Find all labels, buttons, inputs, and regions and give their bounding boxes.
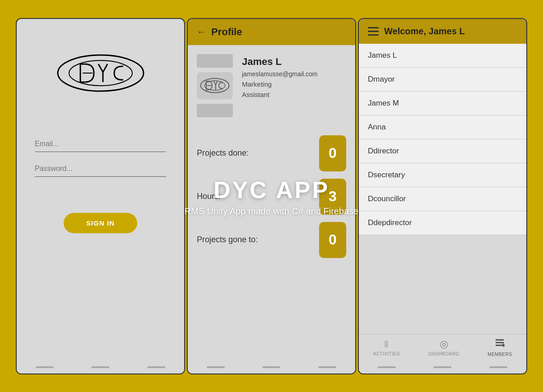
welcome-text: Welcome, James L (384, 26, 465, 37)
nav-dot (262, 366, 280, 368)
stat-value-hours: 3 (319, 179, 346, 215)
members-header: Welcome, James L (359, 19, 526, 44)
nav-dot (318, 366, 336, 368)
svg-point-1 (69, 60, 132, 86)
stat-label-projects-done: Projects done: (197, 148, 249, 158)
logo-container (56, 46, 146, 100)
login-screen: SIGN IN (16, 18, 185, 374)
svg-point-13 (502, 344, 505, 347)
svg-rect-10 (496, 339, 504, 341)
profile-header: ← Profile (188, 19, 355, 45)
members-screen: Welcome, James L James L Dmayor James M … (358, 18, 527, 374)
member-item[interactable]: Dmayor (359, 68, 526, 92)
nav-dot (147, 366, 165, 368)
member-item[interactable]: Dcouncillor (359, 187, 526, 211)
signin-button[interactable]: SIGN IN (64, 213, 137, 233)
tab-activities[interactable]: ⫴ ACTIVITIES (373, 338, 400, 356)
profile-stats: Projects done: 0 Hours: 3 Projects gone … (197, 135, 346, 258)
profile-body: James L jameslamusse@gmail.com Marketing… (188, 45, 355, 267)
profile-avatar-area (197, 54, 233, 117)
stat-label-hours: Hours: (197, 192, 221, 201)
password-input[interactable] (35, 161, 166, 177)
stat-label-projects-gone: Projects gone to: (197, 235, 258, 244)
members-icon (495, 338, 505, 350)
member-item[interactable]: James M (359, 92, 526, 115)
hamburger-line-1 (368, 27, 379, 28)
screens-container: SIGN IN ← Profile (16, 18, 527, 374)
profile-img-bottom (197, 104, 233, 117)
member-item[interactable]: Ddepdirector (359, 211, 526, 235)
tab-dashboard[interactable]: ◎ DASHBOARD (428, 338, 459, 356)
nav-dot (91, 366, 109, 368)
login-form: SIGN IN (17, 19, 184, 251)
nav-dot (207, 366, 225, 368)
dyc-logo (56, 51, 146, 96)
nav-dot (433, 366, 451, 368)
nav-dot (489, 366, 507, 368)
member-item[interactable]: Ddirector (359, 139, 526, 163)
stat-value-projects-gone: 0 (319, 222, 346, 258)
bottom-bar-1 (17, 361, 184, 374)
tab-members[interactable]: MEMBERS (487, 338, 512, 357)
profile-info-row: James L jameslamusse@gmail.com Marketing… (197, 54, 346, 117)
nav-dot (378, 366, 396, 368)
member-item[interactable]: Anna (359, 115, 526, 139)
tab-activities-label: ACTIVITIES (373, 351, 400, 356)
bottom-bar-2 (188, 361, 355, 374)
members-list: James L Dmayor James M Anna Ddirector Ds… (359, 44, 526, 235)
profile-role: Assistant (242, 91, 317, 98)
hamburger-line-3 (368, 34, 379, 36)
tab-members-label: MEMBERS (487, 352, 512, 357)
hamburger-line-2 (368, 31, 379, 32)
profile-text-area: James L jameslamusse@gmail.com Marketing… (242, 54, 317, 98)
profile-screen: ← Profile (187, 18, 356, 374)
profile-title: Profile (211, 26, 242, 38)
activities-icon: ⫴ (384, 338, 389, 350)
stat-row-projects-done: Projects done: 0 (197, 135, 346, 171)
tab-dashboard-label: DASHBOARD (428, 351, 459, 356)
login-fields (35, 136, 166, 186)
member-item[interactable]: James L (359, 44, 526, 68)
hamburger-button[interactable] (368, 27, 379, 36)
email-input[interactable] (35, 136, 166, 152)
member-item[interactable]: Dsecretary (359, 163, 526, 187)
nav-dot (36, 366, 54, 368)
stat-row-hours: Hours: 3 (197, 179, 346, 215)
profile-email: jameslamusse@gmail.com (242, 70, 317, 78)
profile-department: Marketing (242, 80, 317, 88)
svg-rect-12 (496, 345, 502, 346)
stat-value-projects-done: 0 (319, 135, 346, 171)
profile-logo-svg (199, 75, 231, 96)
bottom-tab-bar: ⫴ ACTIVITIES ◎ DASHBOARD MEMBERS (359, 334, 526, 361)
back-button[interactable]: ← (197, 27, 206, 37)
stat-row-projects-gone: Projects gone to: 0 (197, 222, 346, 258)
members-icon-svg (495, 338, 505, 348)
dashboard-icon: ◎ (440, 338, 448, 350)
profile-logo (197, 72, 233, 99)
bottom-bar-3 (359, 361, 526, 374)
profile-img-top (197, 54, 233, 68)
svg-rect-11 (496, 342, 504, 343)
profile-name: James L (242, 56, 317, 68)
